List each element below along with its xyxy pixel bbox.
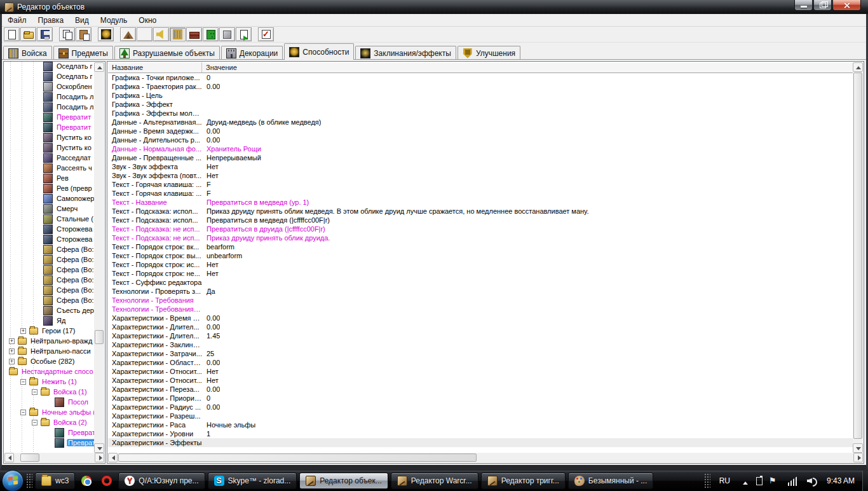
tab-abilities[interactable]: Способности bbox=[284, 43, 354, 60]
tree-item[interactable]: Съесть дер bbox=[4, 306, 94, 316]
table-row[interactable]: Текст - Подсказка: испол...Приказ друиду… bbox=[108, 207, 853, 216]
tree-item[interactable]: Сфера (Во: bbox=[4, 286, 94, 296]
tree-item[interactable]: Рев bbox=[4, 174, 94, 184]
table-row[interactable]: Данные - Время задержк...0.00 bbox=[108, 127, 853, 135]
tree-item[interactable]: −Войска (1) bbox=[4, 387, 94, 398]
tab-upgrades[interactable]: Улучшения bbox=[458, 46, 520, 60]
taskbar-button-yandex[interactable]: Q/A:Юзнул пре... bbox=[118, 473, 205, 489]
table-row[interactable]: Характеристики - Время п...0.00 bbox=[108, 314, 853, 322]
tab-destructibles[interactable]: Разрушаемые объекты bbox=[114, 46, 220, 60]
table-row[interactable]: Характеристики - Область...0.00 bbox=[108, 358, 853, 367]
table-row[interactable]: Характеристики - Эффекты bbox=[108, 438, 853, 447]
tree-item[interactable]: Превратит bbox=[4, 123, 94, 133]
table-row[interactable]: Характеристики - Длител...1.45 bbox=[108, 331, 853, 340]
tree-item[interactable]: Пустить ко bbox=[4, 133, 94, 143]
taskbar-button-opera[interactable] bbox=[98, 473, 116, 489]
restore-button[interactable] bbox=[813, 0, 832, 11]
collapse-icon[interactable]: − bbox=[20, 379, 26, 385]
tree-item[interactable]: Оседлать г bbox=[4, 62, 94, 72]
table-row[interactable]: Графика - Цель bbox=[108, 91, 853, 100]
table-row[interactable]: Текст - Порядок строк: ис...Нет bbox=[108, 260, 853, 269]
tab-doodads[interactable]: Декорации bbox=[221, 46, 283, 60]
table-row[interactable]: Графика - Эффекты молнии bbox=[108, 109, 853, 118]
copy-button[interactable] bbox=[59, 27, 75, 41]
table-row[interactable]: Графика - Эффект bbox=[108, 100, 853, 109]
column-header-value[interactable]: Значение bbox=[202, 62, 853, 73]
terrain-button[interactable] bbox=[120, 27, 136, 41]
taskbar-button-we-scroll[interactable]: Редактор тригг... bbox=[481, 473, 566, 489]
tree-item[interactable]: +Особые (282) bbox=[4, 357, 94, 367]
minimize-button[interactable] bbox=[794, 0, 813, 11]
menu-item[interactable]: Файл bbox=[2, 15, 32, 26]
import-manager-button[interactable] bbox=[236, 27, 252, 41]
table-row[interactable]: Данные - Превращенные ...Непрерываемый bbox=[108, 153, 853, 162]
expand-icon[interactable]: + bbox=[9, 359, 15, 364]
tree-item[interactable]: Стальные ( bbox=[4, 214, 94, 225]
tree-item[interactable]: Нестандартные спосо bbox=[4, 367, 94, 377]
save-button[interactable] bbox=[37, 27, 53, 41]
tab-buffs[interactable]: Заклинания/эффекты bbox=[355, 46, 456, 60]
table-row[interactable]: Характеристики - Переза...0.00 bbox=[108, 385, 853, 394]
taskbar-button-skype[interactable]: Skype™ - zlorad... bbox=[208, 473, 297, 489]
table-vertical-scrollbar[interactable] bbox=[853, 62, 863, 453]
table-row[interactable]: Технологии - Требования: ... bbox=[108, 305, 853, 314]
tree-item[interactable]: Сторожева bbox=[4, 235, 94, 245]
tree-item[interactable]: Сфера (Во: bbox=[4, 296, 94, 306]
table-row[interactable]: Характеристики - Уровни1 bbox=[108, 429, 853, 438]
tree-item[interactable]: Превратит bbox=[4, 438, 94, 448]
tree-item[interactable]: Превратит bbox=[4, 113, 94, 123]
campaign-button[interactable] bbox=[186, 27, 202, 41]
taskbar-button-chrome[interactable] bbox=[78, 473, 95, 489]
column-header-name[interactable]: Название bbox=[108, 62, 202, 73]
table-row[interactable]: Технологии - Проверять з...Да bbox=[108, 287, 853, 296]
tree-item[interactable]: −Войска (2) bbox=[4, 418, 94, 428]
table-row[interactable]: Текст - НазваниеПревратиться в медведя (… bbox=[108, 198, 853, 207]
ai-editor-button[interactable] bbox=[203, 27, 219, 41]
volume-icon[interactable] bbox=[807, 476, 817, 486]
table-row[interactable]: Звук - Звук эффекта (повт...Нет bbox=[108, 171, 853, 180]
title-bar[interactable]: Редактор объектов bbox=[0, 0, 868, 14]
taskbar-button-folder[interactable]: wc3 bbox=[35, 473, 75, 489]
tab-items[interactable]: Предметы bbox=[53, 46, 113, 60]
tree-item[interactable]: +Нейтрально-вражд bbox=[4, 336, 94, 347]
table-row[interactable]: Характеристики - Относит...Нет bbox=[108, 376, 853, 385]
expand-icon[interactable]: + bbox=[9, 349, 15, 354]
table-row[interactable]: Характеристики - Затрачи...25 bbox=[108, 349, 853, 358]
tree-item[interactable]: +Нейтрально-пасси bbox=[4, 347, 94, 357]
close-button[interactable] bbox=[832, 0, 861, 11]
table-row[interactable]: Технологии - Требования bbox=[108, 296, 853, 305]
sound-button[interactable] bbox=[153, 27, 169, 41]
table-row[interactable]: Текст - Порядок строк: вы...unbearform bbox=[108, 251, 853, 260]
tree-item[interactable]: Смерч bbox=[4, 204, 94, 214]
table-row[interactable]: Характеристики - Заклина... bbox=[108, 340, 853, 349]
taskbar-button-we-scroll[interactable]: Редактор объек... bbox=[299, 473, 388, 489]
tree-item[interactable]: Яд bbox=[4, 316, 94, 326]
expand-icon[interactable]: + bbox=[9, 338, 15, 344]
tree-item[interactable]: Рассеять ч bbox=[4, 163, 94, 174]
table-row[interactable]: Данные - Альтернативная...Друид-медведь … bbox=[108, 118, 853, 127]
table-row[interactable]: Характеристики - Радиус ...0.00 bbox=[108, 403, 853, 411]
table-row[interactable]: Характеристики - Приорит...0 bbox=[108, 394, 853, 403]
new-file-button[interactable] bbox=[4, 27, 20, 41]
language-indicator[interactable]: RU bbox=[719, 476, 730, 485]
menu-item[interactable]: Окно bbox=[133, 15, 162, 26]
tree-hscroll-thumb[interactable] bbox=[20, 453, 39, 462]
table-row[interactable]: Графика - Точки приложе...0 bbox=[108, 73, 853, 82]
collapse-icon[interactable]: − bbox=[32, 389, 37, 395]
test-map-button[interactable] bbox=[258, 27, 274, 41]
tree-item[interactable]: Сфера (Во: bbox=[4, 255, 94, 265]
table-row[interactable]: Характеристики - Длител...0.00 bbox=[108, 322, 853, 331]
table-row[interactable]: Характеристики - Разреш... bbox=[108, 411, 853, 420]
start-button[interactable] bbox=[2, 470, 24, 491]
menu-item[interactable]: Модуль bbox=[95, 15, 133, 26]
collapse-icon[interactable]: − bbox=[32, 420, 37, 425]
tree-item[interactable]: Пустить ко bbox=[4, 143, 94, 153]
tab-units[interactable]: Войска bbox=[3, 46, 52, 60]
table-row[interactable]: Звук - Звук эффектаНет bbox=[108, 162, 853, 171]
table-row[interactable]: Характеристики - РасаНочные эльфы bbox=[108, 420, 853, 429]
table-row[interactable]: Текст - Горячая клавиша: ...F bbox=[108, 180, 853, 189]
tree-item[interactable]: −Ночные эльфы (2) bbox=[4, 408, 94, 418]
tree-item[interactable]: Рев (превр bbox=[4, 184, 94, 194]
tree-item[interactable]: Самопожер bbox=[4, 194, 94, 204]
tree-item[interactable]: Посадить л bbox=[4, 92, 94, 102]
